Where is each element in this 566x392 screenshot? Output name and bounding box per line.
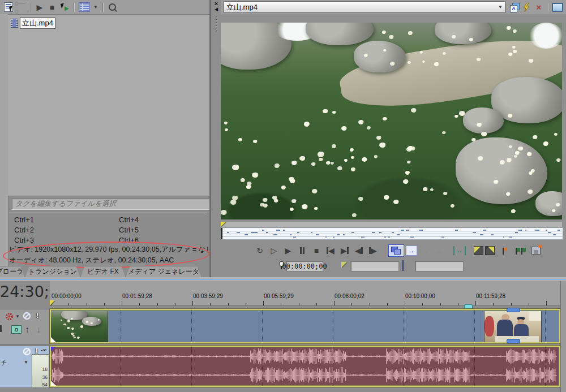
project-media-list[interactable]: 立山.mp4 [8, 14, 210, 196]
ruler-tick [263, 301, 264, 305]
grid-line [333, 347, 333, 386]
open-in-timeline-button[interactable]: → [406, 245, 417, 256]
overlay-frames-toggle[interactable] [388, 244, 404, 257]
loop-start-marker[interactable] [221, 222, 226, 227]
scrub-dash [227, 232, 229, 233]
trimmer-marker-bar[interactable] [221, 222, 562, 227]
compositing-mode-button[interactable]: α [11, 325, 22, 334]
video-track-header[interactable]: ▼ ! α ↑ ↓ [0, 309, 50, 344]
remove-media-button[interactable]: × [533, 2, 545, 13]
next-frame-button[interactable]: ▶ [367, 245, 379, 256]
views-button[interactable] [77, 2, 92, 13]
close-button[interactable]: × [212, 1, 221, 6]
flower-dot [379, 143, 386, 148]
mark-in-field[interactable] [350, 261, 399, 272]
save-markers-button[interactable] [531, 247, 541, 255]
grid-line [191, 310, 192, 342]
insert-marker-button[interactable] [503, 248, 508, 254]
media-list-button[interactable] [2, 2, 15, 13]
audio-event[interactable] [50, 346, 560, 387]
trimmer-scrub-strip[interactable] [221, 227, 563, 240]
stop-button[interactable]: ■ [310, 245, 323, 256]
panel-edge-grip[interactable] [0, 14, 8, 277]
media-item[interactable]: 立山.mp4 [11, 18, 55, 29]
scrub-dash [351, 232, 354, 233]
flower-dot [508, 53, 513, 56]
cursor-timecode-field[interactable]: 00:00:00;00 [286, 261, 323, 272]
arrow-both-icon: ↔ [435, 246, 443, 255]
scrub-dash [553, 234, 556, 235]
auto-preview-button[interactable]: ▶ [58, 2, 71, 13]
center-view-button[interactable]: ↔ [453, 246, 466, 255]
track-automation-button[interactable]: ▼ [5, 312, 20, 321]
loop-region-marker[interactable] [50, 300, 55, 305]
flower-dot [247, 182, 252, 186]
event-envelope-handle[interactable] [51, 347, 55, 351]
previous-frame-button[interactable]: ◀ [353, 245, 365, 256]
selection-end-button[interactable] [485, 246, 495, 255]
stop-icon: ■ [314, 246, 319, 255]
preview-stop-button[interactable]: ■ [46, 2, 58, 13]
scrub-dash [419, 230, 423, 231]
video-event[interactable] [50, 309, 560, 343]
media-search-button[interactable] [106, 2, 118, 13]
pan-dropdown[interactable]: ▼ [24, 360, 28, 365]
media-list-icon [4, 2, 13, 12]
media-item-name[interactable]: 立山.mp4 [20, 18, 55, 29]
track-mute-button[interactable] [23, 347, 31, 356]
play-from-start-button[interactable]: ▷ [268, 245, 280, 256]
flower-dot [500, 160, 505, 164]
video-preview[interactable] [221, 23, 562, 219]
timeline-big-timecode[interactable]: 24:30;05 [0, 283, 49, 300]
ruler-label: 00:10:00;00 [405, 293, 435, 299]
partial-button[interactable] [0, 325, 2, 332]
ruler-tick [422, 303, 423, 305]
media-properties-button[interactable]: A [509, 2, 520, 13]
stream-select-button[interactable] [520, 2, 533, 13]
track-mute-button[interactable] [23, 312, 31, 320]
timeline-scrollbar[interactable] [560, 281, 566, 392]
go-to-start-button[interactable]: ◀ [324, 245, 337, 256]
tab-transitions[interactable]: トランジション [25, 266, 80, 278]
video-monitor-button[interactable] [551, 2, 564, 13]
drag-grip[interactable] [212, 16, 221, 32]
make-child-button[interactable]: ↓ [36, 325, 41, 335]
media-selector-value: 立山.mp4 [226, 2, 258, 12]
fade-handle[interactable] [51, 337, 56, 342]
time-ruler[interactable]: 00:00:00;00 00:01:59;28 00:03:59;29 00:0… [50, 281, 560, 306]
tab-media-generators[interactable]: メディア ジェネレータ [126, 266, 201, 278]
audio-track-header[interactable]: ! -∞ チ ▼ 18 36 54 [0, 346, 50, 388]
media-selector-combobox[interactable]: 立山.mp4 ▼ [224, 1, 505, 13]
loop-playback-button[interactable]: ↻ [254, 245, 266, 256]
tag-edit-field[interactable]: タグを編集するファイルを選択 [11, 198, 212, 210]
ruler-tick [299, 303, 299, 305]
region-flag-icon [521, 248, 526, 254]
pause-button[interactable] [296, 245, 308, 256]
toolbar-separator [548, 3, 548, 12]
trimmer-cursor[interactable] [221, 228, 222, 239]
horizontal-splitter[interactable] [0, 277, 566, 281]
shortcut-cell: Ctrl+5 [119, 226, 201, 234]
flower-dot [554, 133, 558, 136]
selection-start-button[interactable] [474, 246, 483, 255]
go-start-icon: ◀ [328, 246, 335, 255]
fit-to-fill-button[interactable]: ↔ [433, 245, 445, 256]
add-to-timeline-button[interactable]: → [419, 245, 431, 256]
tab-video-fx[interactable]: ビデオ FX [80, 266, 126, 278]
track-solo-button[interactable]: ! [36, 311, 38, 320]
mark-out-field[interactable] [415, 261, 464, 272]
views-dropdown[interactable]: ▼ [92, 2, 100, 13]
media-properties-button[interactable]: o—o [15, 2, 27, 13]
undock-button[interactable]: ◀ [212, 6, 221, 13]
insert-region-button[interactable] [516, 248, 526, 254]
flower-dot [98, 319, 100, 321]
play-button[interactable]: ▶ [282, 245, 294, 256]
volume-fader[interactable]: 18 36 54 [32, 354, 49, 388]
event-group-handle[interactable] [507, 308, 520, 312]
make-parent-button[interactable]: ↑ [25, 325, 29, 335]
go-to-end-button[interactable]: ▶ [338, 245, 351, 256]
tab-explorer[interactable]: プローラ [0, 266, 25, 278]
fade-handle[interactable] [51, 381, 56, 386]
preview-play-button[interactable]: ▶ [33, 2, 46, 13]
event-group-handle[interactable] [507, 339, 520, 343]
